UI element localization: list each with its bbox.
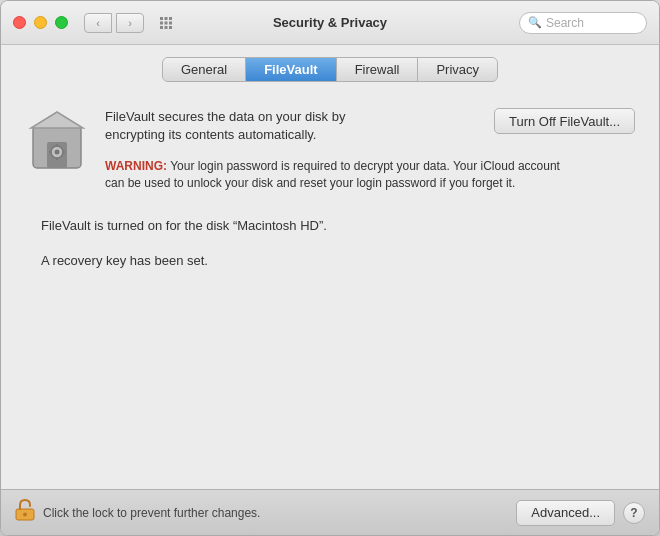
search-box[interactable]: 🔍 Search xyxy=(519,12,647,34)
tab-privacy[interactable]: Privacy xyxy=(418,58,497,81)
bottombar: Click the lock to prevent further change… xyxy=(1,489,659,535)
minimize-button[interactable] xyxy=(34,16,47,29)
status-recovery: A recovery key has been set. xyxy=(41,251,635,271)
turn-off-filevault-button[interactable]: Turn Off FileVault... xyxy=(494,108,635,134)
grid-button[interactable] xyxy=(156,13,176,33)
svg-rect-6 xyxy=(160,26,163,29)
filevault-status: FileVault is turned on for the disk “Mac… xyxy=(25,216,635,271)
filevault-header: FileVault secures the data on your disk … xyxy=(25,108,635,192)
forward-button[interactable]: › xyxy=(116,13,144,33)
tab-filevault[interactable]: FileVault xyxy=(246,58,336,81)
status-disk: FileVault is turned on for the disk “Mac… xyxy=(41,216,635,236)
nav-buttons: ‹ › xyxy=(84,13,144,33)
svg-rect-4 xyxy=(165,21,168,24)
svg-rect-2 xyxy=(169,17,172,20)
lock-icon[interactable] xyxy=(15,499,35,526)
warning-text: Your login password is required to decry… xyxy=(105,159,560,190)
svg-point-19 xyxy=(23,513,27,517)
svg-rect-8 xyxy=(169,26,172,29)
svg-rect-7 xyxy=(165,26,168,29)
filevault-icon xyxy=(25,108,89,172)
tab-general[interactable]: General xyxy=(163,58,246,81)
warning-label: WARNING: xyxy=(105,159,167,173)
svg-rect-3 xyxy=(160,21,163,24)
tab-firewall[interactable]: Firewall xyxy=(337,58,419,81)
content-area: FileVault secures the data on your disk … xyxy=(1,92,659,489)
tabs-row: General FileVault Firewall Privacy xyxy=(1,45,659,92)
help-button[interactable]: ? xyxy=(623,502,645,524)
lock-area: Click the lock to prevent further change… xyxy=(15,499,516,526)
window-title: Security & Privacy xyxy=(273,15,387,30)
tab-container: General FileVault Firewall Privacy xyxy=(162,57,498,82)
titlebar: ‹ › Security & Privacy 🔍 Search xyxy=(1,1,659,45)
search-placeholder: Search xyxy=(546,16,584,30)
svg-rect-5 xyxy=(169,21,172,24)
svg-rect-1 xyxy=(165,17,168,20)
close-button[interactable] xyxy=(13,16,26,29)
maximize-button[interactable] xyxy=(55,16,68,29)
back-button[interactable]: ‹ xyxy=(84,13,112,33)
advanced-button[interactable]: Advanced... xyxy=(516,500,615,526)
traffic-lights xyxy=(13,16,68,29)
search-icon: 🔍 xyxy=(528,16,542,29)
svg-rect-0 xyxy=(160,17,163,20)
bottom-buttons: Advanced... ? xyxy=(516,500,645,526)
filevault-warning: WARNING: Your login password is required… xyxy=(105,158,635,192)
svg-point-13 xyxy=(55,150,60,155)
filevault-description: FileVault secures the data on your disk … xyxy=(105,108,345,144)
svg-marker-10 xyxy=(31,112,83,128)
lock-label: Click the lock to prevent further change… xyxy=(43,506,260,520)
window: ‹ › Security & Privacy 🔍 Search Gene xyxy=(0,0,660,536)
